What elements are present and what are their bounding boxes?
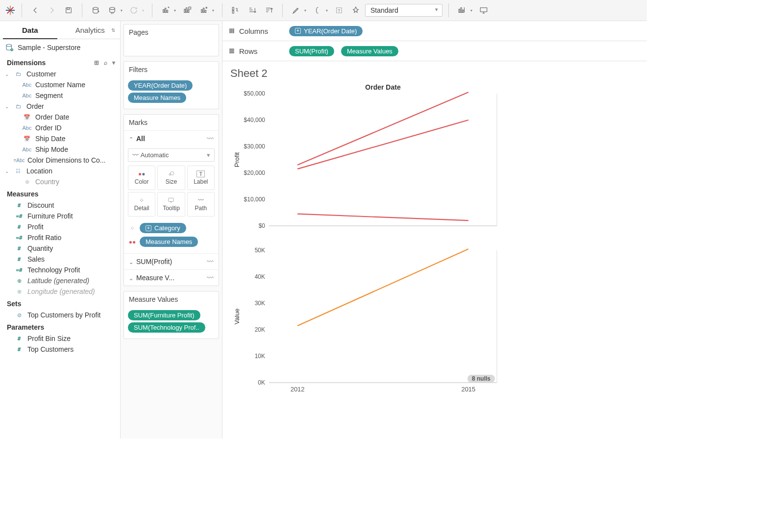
marks-sumprofit-row[interactable]: ⌄SUM(Profit)〰 <box>124 253 219 269</box>
sheet-title[interactable]: Sheet 2 <box>222 61 647 83</box>
show-me-button[interactable] <box>455 3 469 18</box>
swap-axes-button[interactable] <box>228 3 243 18</box>
svg-rect-36 <box>459 9 460 13</box>
globe-icon: ⊕ <box>14 289 24 295</box>
marks-path-button[interactable]: 〰Path <box>187 192 215 217</box>
menu-icon[interactable]: ▾ <box>112 59 115 66</box>
svg-rect-20 <box>189 7 191 9</box>
forward-button[interactable] <box>45 3 59 18</box>
clear-sheet-button[interactable] <box>196 3 211 18</box>
color-icon: ●● <box>138 170 146 177</box>
filters-label: Filters <box>124 62 219 77</box>
dimensions-header: Dimensions ⊞⌕▾ <box>0 56 120 69</box>
dim-color-dimensions[interactable]: =AbcColor Dimensions to Co... <box>0 155 120 166</box>
mark-type-select[interactable]: 〰 Automatic▾ <box>128 148 215 162</box>
duplicate-sheet-button[interactable] <box>180 3 195 18</box>
search-icon[interactable]: ⌕ <box>104 59 107 66</box>
svg-rect-48 <box>229 28 230 33</box>
marks-pill-category[interactable]: +Category <box>140 223 186 233</box>
columns-shelf[interactable]: Columns +YEAR(Order Date) <box>222 21 647 41</box>
svg-text:Profit: Profit <box>233 152 241 167</box>
pages-shelf[interactable]: Pages <box>123 24 219 56</box>
rows-pill-profit[interactable]: SUM(Profit) <box>289 46 334 56</box>
meas-furniture-profit[interactable]: =#Furniture Profit <box>0 211 120 221</box>
columns-pill-year[interactable]: +YEAR(Order Date) <box>289 26 363 36</box>
main-toolbar: ▾ ▾ ▾ ▾ ▾ ▾ T Standard ▾ <box>0 0 647 21</box>
pin-button[interactable] <box>348 3 363 18</box>
back-button[interactable] <box>28 3 43 18</box>
tab-analytics[interactable]: Analytics⇅ <box>60 21 121 39</box>
line-icon: 〰 <box>207 135 214 143</box>
svg-rect-40 <box>480 8 487 12</box>
dim-folder-order[interactable]: ⌄🗀Order <box>0 101 120 112</box>
columns-icon <box>228 27 235 34</box>
presentation-button[interactable] <box>476 3 491 18</box>
marks-label-button[interactable]: TLabel <box>187 166 215 190</box>
svg-text:$30,000: $30,000 <box>244 143 266 150</box>
dim-customer-name[interactable]: AbcCustomer Name <box>0 79 120 90</box>
set-icon: ⊘ <box>14 312 24 318</box>
measure-values-shelf[interactable]: Measure Values SUM(Furniture Profit) SUM… <box>123 291 219 339</box>
pause-updates-button[interactable] <box>105 3 120 18</box>
dim-folder-customer[interactable]: ⌄🗀Customer <box>0 69 120 79</box>
param-top-customers[interactable]: #Top Customers <box>0 344 120 355</box>
number-icon: # <box>14 346 24 353</box>
rows-pill-measurevalues[interactable]: Measure Values <box>341 46 398 56</box>
meas-discount[interactable]: #Discount <box>0 200 120 211</box>
abc-icon: Abc <box>22 82 32 88</box>
mv-pill-technology[interactable]: SUM(Technology Prof.. <box>128 322 205 333</box>
marks-size-button[interactable]: Size <box>157 166 185 190</box>
measures-header: Measures <box>0 187 120 200</box>
meas-profit-ratio[interactable]: =#Profit Ratio <box>0 232 120 243</box>
dim-order-id[interactable]: AbcOrder ID <box>0 122 120 133</box>
labels-button[interactable]: T <box>332 3 346 18</box>
rows-shelf[interactable]: Rows SUM(Profit) Measure Values <box>222 41 647 61</box>
filter-pill-year[interactable]: YEAR(Order Date) <box>128 80 193 91</box>
fit-mode-select[interactable]: Standard <box>365 4 442 17</box>
refresh-button[interactable] <box>126 3 141 18</box>
dim-country[interactable]: ⊕Country <box>0 176 120 187</box>
mv-pill-furniture[interactable]: SUM(Furniture Profit) <box>128 310 200 320</box>
meas-latitude[interactable]: ⊕Latitude (generated) <box>0 275 120 286</box>
marks-measurevalues-row[interactable]: ⌄Measure V...〰 <box>124 269 219 286</box>
dim-segment[interactable]: AbcSegment <box>0 90 120 101</box>
svg-text:$0: $0 <box>259 222 266 229</box>
meas-longitude[interactable]: ⊕Longitude (generated) <box>0 286 120 297</box>
dim-order-date[interactable]: 📅Order Date <box>0 112 120 122</box>
marks-color-button[interactable]: ●●Color <box>128 166 155 190</box>
marks-detail-button[interactable]: ⁘Detail <box>128 192 155 217</box>
marks-all-row[interactable]: ⌃All〰 <box>124 130 219 146</box>
dim-ship-mode[interactable]: AbcShip Mode <box>0 144 120 155</box>
dim-ship-date[interactable]: 📅Ship Date <box>0 133 120 144</box>
calc-icon: =Abc <box>14 158 24 163</box>
dim-folder-location[interactable]: ⌄☷Location <box>0 166 120 176</box>
view-toggle-icon[interactable]: ⊞ <box>94 59 99 66</box>
svg-point-6 <box>93 7 98 10</box>
detail-icon: ⁘ <box>139 197 144 204</box>
filter-pill-measurenames[interactable]: Measure Names <box>128 93 186 103</box>
sort-asc-button[interactable] <box>245 3 260 18</box>
filters-shelf[interactable]: Filters YEAR(Order Date) Measure Names <box>123 61 219 109</box>
marks-pill-measurenames[interactable]: Measure Names <box>140 237 198 247</box>
set-top-customers[interactable]: ⊘Top Customers by Profit <box>0 310 120 320</box>
tab-data[interactable]: Data <box>0 21 60 39</box>
save-button[interactable] <box>61 3 76 18</box>
chart-area[interactable]: Order Date$0$10,000$20,000$30,000$40,000… <box>222 83 647 438</box>
meas-technology-profit[interactable]: =#Technology Profit <box>0 265 120 275</box>
date-icon: 📅 <box>22 114 32 121</box>
datasource-row[interactable]: Sample - Superstore <box>0 39 120 56</box>
marks-tooltip-button[interactable]: Tooltip <box>157 192 185 217</box>
meas-quantity[interactable]: #Quantity <box>0 243 120 254</box>
meas-profit[interactable]: #Profit <box>0 221 120 232</box>
number-icon: # <box>14 245 24 252</box>
calc-number-icon: =# <box>14 267 24 273</box>
new-datasource-button[interactable] <box>88 3 103 18</box>
param-profit-bin[interactable]: #Profit Bin Size <box>0 333 120 344</box>
sort-desc-button[interactable] <box>262 3 276 18</box>
chart-svg: Order Date$0$10,000$20,000$30,000$40,000… <box>232 83 507 406</box>
highlight-button[interactable] <box>289 3 303 18</box>
group-button[interactable] <box>310 3 325 18</box>
new-worksheet-button[interactable] <box>158 3 173 18</box>
sets-header: Sets <box>0 297 120 310</box>
meas-sales[interactable]: #Sales <box>0 254 120 265</box>
